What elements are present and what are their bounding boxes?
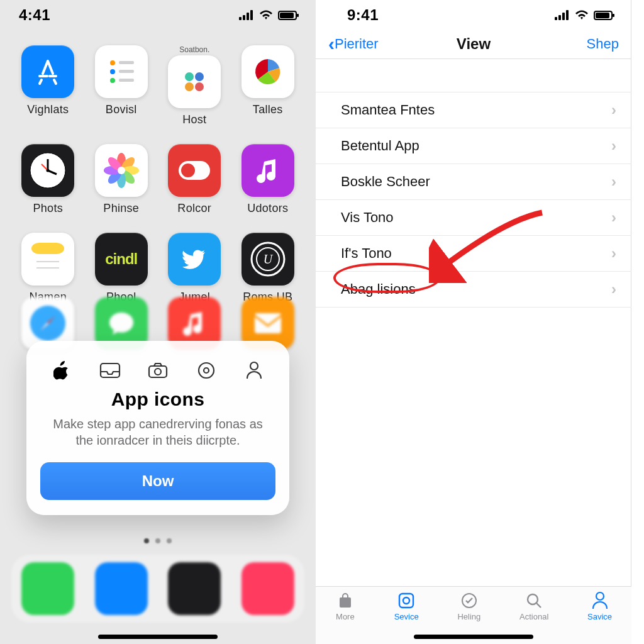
page-indicator[interactable] [0,538,316,543]
nav-action-button[interactable]: Shep [587,36,619,52]
svg-point-9 [195,82,204,91]
app-jumel[interactable]: Jumel [164,233,225,304]
tab-more[interactable]: More [335,592,355,621]
chevron-right-icon: › [611,101,616,119]
app-label: Rolcor [177,202,211,215]
clock-icon [21,144,74,197]
list-row[interactable]: Vis Tono› [316,200,631,236]
app-label: Udotors [247,202,288,215]
svg-point-53 [596,592,604,600]
svg-point-45 [204,368,209,373]
tab-savice[interactable]: Savice [587,592,612,621]
svg-rect-5 [119,79,134,82]
list-row[interactable]: Boskle Scheer› [316,164,631,200]
battery-icon [594,11,613,20]
target-icon[interactable] [194,361,219,380]
app-talles[interactable]: Talles [238,45,299,126]
chevron-right-icon: › [611,137,616,155]
tab-sevice[interactable]: Sevice [394,592,419,621]
tab-actional[interactable]: Actional [519,592,548,621]
wifi-icon [575,10,589,20]
home-indicator[interactable] [98,635,218,639]
app-label: Phinse [103,202,139,215]
svg-point-16 [47,169,50,172]
row-label: Betentul App [341,138,419,154]
app-rolcor[interactable]: Rolcor [164,144,225,215]
app-phool[interactable]: cindl Phool [91,233,152,304]
chevron-right-icon: › [611,245,616,262]
status-bar: 4:41 [0,0,316,29]
popup-title: App icons [40,389,275,410]
back-button[interactable]: ‹ Pieriter [328,35,379,53]
svg-point-6 [185,72,194,81]
app-host[interactable]: Soatbon. Host [164,45,225,126]
svg-point-0 [110,60,115,65]
dock [11,555,304,623]
camera-icon[interactable] [145,361,170,380]
list-row[interactable]: If's Tono› [316,236,631,272]
app-vighlats[interactable]: Vighlats [18,45,79,126]
person-icon[interactable] [242,361,267,380]
home-indicator[interactable] [414,635,533,639]
svg-point-2 [110,69,115,74]
svg-rect-42 [149,366,167,377]
app-label: Bovisl [106,103,137,116]
app-roms ub[interactable]: U Roms UB [238,233,299,304]
tab-label: Heling [457,612,480,621]
person-icon [590,592,610,609]
app-label: Vighlats [27,103,69,116]
popup-card: App icons Make step app canedrerving fon… [26,341,289,515]
reminders-icon [95,45,148,98]
svg-point-51 [528,594,538,604]
row-label: Vis Tono [341,209,394,226]
list-row[interactable]: Betentul App› [316,128,631,164]
apple-icon[interactable] [49,361,74,380]
check-icon [459,592,479,609]
list-row[interactable]: Smantea Fntes› [316,92,631,128]
app-udotors[interactable]: Udotors [238,144,299,215]
list-row[interactable]: Abag lisions› [316,272,631,308]
svg-line-52 [536,603,541,608]
svg-point-49 [403,597,409,604]
square-o-icon [396,592,416,609]
app-bovisl[interactable]: Bovisl [91,45,152,126]
row-label: Boskle Scheer [341,174,430,190]
chevron-left-icon: ‹ [328,35,335,53]
search-icon [524,592,544,609]
app-label: Talles [253,103,283,116]
popup-body: Make step app canedrerving fonas as the … [40,416,275,448]
svg-rect-47 [340,597,351,608]
row-label: Abag lisions [341,281,416,297]
svg-point-7 [195,72,204,81]
tray-icon[interactable] [97,361,123,380]
svg-point-43 [155,369,161,375]
flower-icon [95,144,148,197]
back-label: Pieriter [335,36,379,52]
app-label: Phots [33,202,63,215]
tab-heling[interactable]: Heling [457,592,480,621]
bag-icon [335,592,355,609]
svg-point-8 [185,82,194,91]
svg-point-25 [118,167,125,174]
app-namen[interactable]: Namen [18,233,79,304]
status-bar: 9:41 [316,0,631,29]
settings-list: Smantea Fntes›Betentul App›Boskle Scheer… [316,92,631,308]
app-phinse[interactable]: Phinse [91,144,152,215]
popup-primary-button[interactable]: Now [40,462,275,500]
notes-icon [21,233,74,286]
app-phots[interactable]: Phots [18,144,79,215]
svg-rect-48 [399,594,413,608]
svg-point-46 [250,362,258,370]
dots-icon [168,55,221,108]
svg-rect-3 [119,70,134,73]
nav-title: View [457,35,491,53]
svg-rect-1 [119,61,134,64]
cellular-icon [555,10,570,20]
chevron-right-icon: › [611,209,616,226]
music-icon [242,144,294,197]
svg-point-4 [110,78,115,83]
wifi-icon [259,10,273,20]
home-app-grid: Vighlats BovislSoatbon. Host Talles Phot… [0,45,316,304]
seal-icon: U [242,233,294,286]
tab-label: More [336,612,355,621]
